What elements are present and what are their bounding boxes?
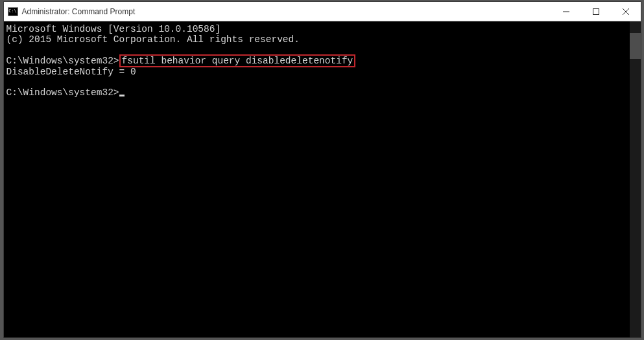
- output-line: DisableDeleteNotify = 0: [6, 67, 136, 77]
- cmd-icon-label: C:\: [8, 9, 17, 14]
- close-icon: [623, 8, 629, 15]
- maximize-button[interactable]: [581, 2, 611, 21]
- window-controls: [551, 2, 641, 21]
- close-button[interactable]: [611, 2, 641, 21]
- command-prompt-window: C:\ Administrator: Command Prompt Micros…: [3, 1, 641, 338]
- highlighted-command: fsutil behavior query disabledeletenotif…: [119, 54, 356, 67]
- scrollbar-thumb[interactable]: [630, 33, 641, 59]
- prompt-text: C:\Windows\system32>: [6, 87, 119, 98]
- terminal-area[interactable]: Microsoft Windows [Version 10.0.10586] (…: [4, 21, 641, 337]
- prompt-text: C:\Windows\system32>: [6, 56, 119, 66]
- cmd-icon: C:\: [8, 7, 18, 16]
- window-title: Administrator: Command Prompt: [22, 7, 136, 16]
- svg-rect-1: [593, 8, 599, 14]
- copyright-line: (c) 2015 Microsoft Corporation. All righ…: [6, 34, 300, 45]
- titlebar-left: C:\ Administrator: Command Prompt: [8, 7, 136, 16]
- command-text: fsutil behavior query disabledeletenotif…: [122, 56, 353, 66]
- minimize-button[interactable]: [551, 2, 581, 21]
- scrollbar-track[interactable]: [630, 21, 641, 337]
- maximize-icon: [593, 8, 599, 15]
- terminal-output[interactable]: Microsoft Windows [Version 10.0.10586] (…: [4, 21, 630, 337]
- version-line: Microsoft Windows [Version 10.0.10586]: [6, 24, 221, 34]
- titlebar[interactable]: C:\ Administrator: Command Prompt: [4, 2, 641, 21]
- cursor: [119, 95, 125, 96]
- minimize-icon: [563, 8, 569, 15]
